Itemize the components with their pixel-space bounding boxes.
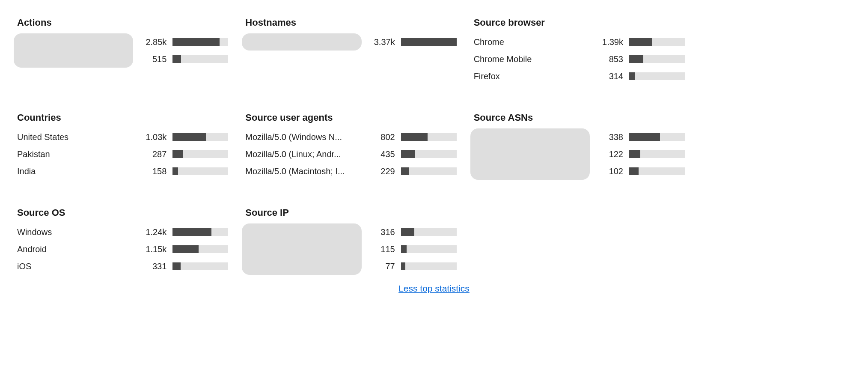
panel-rows: 338122102 xyxy=(474,131,685,177)
stat-row-label: Mozilla/5.0 (Macintosh; I... xyxy=(245,167,359,176)
stat-bar-fill xyxy=(401,167,409,175)
stat-row-label: India xyxy=(17,167,131,176)
stat-row[interactable]: Mozilla/5.0 (Windows N...802 xyxy=(245,131,456,143)
stat-bar-fill xyxy=(401,228,414,236)
stat-bar-track xyxy=(401,133,457,141)
stat-row[interactable]: United States1.03k xyxy=(17,131,228,143)
stat-bar-track xyxy=(629,55,685,63)
stat-row-value: 1.39k xyxy=(593,37,623,47)
stat-panel: Actions2.85k515 xyxy=(17,17,228,82)
stat-row-value: 115 xyxy=(365,244,395,254)
stat-row-value: 158 xyxy=(137,167,166,176)
stat-bar-track xyxy=(401,262,457,270)
stat-bar-track xyxy=(401,228,457,236)
stat-row-label: United States xyxy=(17,132,131,142)
panel-rows: 31611577 xyxy=(245,226,456,272)
stat-row-value: 314 xyxy=(593,71,623,81)
stat-row[interactable]: India158 xyxy=(17,165,228,177)
stat-bar-fill xyxy=(172,133,206,141)
stat-bar-track xyxy=(401,38,457,46)
stat-row[interactable]: Chrome Mobile853 xyxy=(474,53,685,65)
stat-bar-fill xyxy=(172,38,219,46)
stat-bar-track xyxy=(172,133,228,141)
stat-bar-fill xyxy=(629,55,643,63)
panel-title: Source user agents xyxy=(245,112,456,123)
stat-row-label: Chrome Mobile xyxy=(474,54,587,64)
stat-row[interactable]: Android1.15k xyxy=(17,243,228,255)
stat-bar-fill xyxy=(401,150,416,158)
panel-title: Source IP xyxy=(245,207,456,218)
stat-bar-fill xyxy=(401,133,428,141)
stat-row-label: iOS xyxy=(17,262,131,271)
panel-title: Source OS xyxy=(17,207,228,218)
stat-bar-fill xyxy=(172,262,180,270)
stat-row-value: 3.37k xyxy=(365,37,395,47)
stat-bar-fill xyxy=(401,245,407,253)
panel-title: Hostnames xyxy=(245,17,456,28)
stat-row-value: 1.03k xyxy=(137,132,166,142)
stat-row-value: 338 xyxy=(593,132,623,142)
panel-rows: 3.37k xyxy=(245,36,456,48)
stat-row[interactable]: Firefox314 xyxy=(474,70,685,82)
redaction-block xyxy=(470,128,590,180)
stat-panel: CountriesUnited States1.03kPakistan287In… xyxy=(17,112,228,177)
stat-row-label: Firefox xyxy=(474,71,587,81)
stat-bar-fill xyxy=(629,167,639,175)
stat-row[interactable]: Chrome1.39k xyxy=(474,36,685,48)
stat-row-value: 229 xyxy=(365,167,395,176)
stat-bar-track xyxy=(629,150,685,158)
stat-row-label: Windows xyxy=(17,227,131,237)
stat-bar-track xyxy=(629,38,685,46)
stat-bar-track xyxy=(629,133,685,141)
redaction-block xyxy=(242,33,361,51)
stat-row[interactable]: Pakistan287 xyxy=(17,148,228,160)
stat-bar-fill xyxy=(629,133,660,141)
stat-bar-track xyxy=(172,167,228,175)
stat-bar-fill xyxy=(172,55,181,63)
stat-row-value: 515 xyxy=(137,54,166,64)
stat-row[interactable]: iOS331 xyxy=(17,260,228,272)
stat-bar-track xyxy=(629,72,685,80)
redaction-block xyxy=(242,223,361,275)
panel-rows: Windows1.24kAndroid1.15kiOS331 xyxy=(17,226,228,272)
stat-row[interactable]: Mozilla/5.0 (Linux; Andr...435 xyxy=(245,148,456,160)
stat-bar-fill xyxy=(401,262,405,270)
stat-row-label: Pakistan xyxy=(17,149,131,159)
stat-row-value: 331 xyxy=(137,262,166,271)
panel-rows: Mozilla/5.0 (Windows N...802Mozilla/5.0 … xyxy=(245,131,456,177)
stat-row-label: Android xyxy=(17,244,131,254)
stat-row[interactable]: Mozilla/5.0 (Macintosh; I...229 xyxy=(245,165,456,177)
stat-bar-fill xyxy=(172,150,182,158)
panel-title: Source ASNs xyxy=(474,112,685,123)
stat-bar-track xyxy=(172,228,228,236)
less-top-statistics-link[interactable]: Less top statistics xyxy=(398,283,470,293)
stat-row-value: 1.24k xyxy=(137,227,166,237)
stat-bar-fill xyxy=(172,167,178,175)
stat-bar-track xyxy=(629,167,685,175)
stat-panel: Source user agentsMozilla/5.0 (Windows N… xyxy=(245,112,456,177)
stat-bar-track xyxy=(172,245,228,253)
stat-row-value: 316 xyxy=(365,227,395,237)
stat-row-value: 102 xyxy=(593,167,623,176)
stat-bar-track xyxy=(401,245,457,253)
stat-row-value: 2.85k xyxy=(137,37,166,47)
stat-bar-fill xyxy=(629,150,640,158)
panel-title: Countries xyxy=(17,112,228,123)
stat-row-label: Chrome xyxy=(474,37,587,47)
stat-bar-track xyxy=(401,150,457,158)
stat-bar-fill xyxy=(401,38,457,46)
stat-bar-fill xyxy=(629,72,635,80)
stat-bar-fill xyxy=(172,245,199,253)
stat-bar-track xyxy=(172,150,228,158)
stat-row-label: Mozilla/5.0 (Windows N... xyxy=(245,132,359,142)
stat-panel: Source IP31611577 xyxy=(245,207,456,272)
stat-row[interactable]: Windows1.24k xyxy=(17,226,228,238)
stat-bar-fill xyxy=(629,38,652,46)
stat-row-value: 853 xyxy=(593,54,623,64)
stat-row-value: 802 xyxy=(365,132,395,142)
stat-row-value: 435 xyxy=(365,149,395,159)
stat-row-value: 287 xyxy=(137,149,166,159)
stat-panel: Source OSWindows1.24kAndroid1.15kiOS331 xyxy=(17,207,228,272)
redaction-block xyxy=(14,33,133,68)
panel-rows: 2.85k515 xyxy=(17,36,228,65)
